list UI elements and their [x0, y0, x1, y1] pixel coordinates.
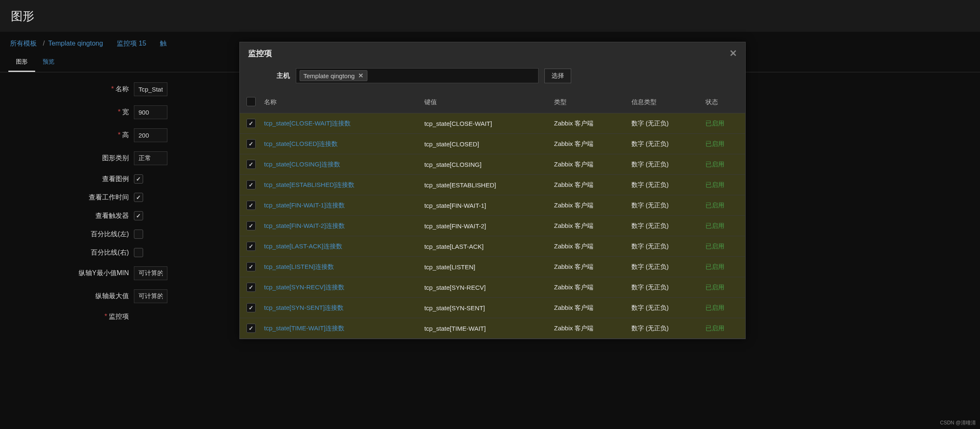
item-name-link[interactable]: tcp_state[TIME-WAIT]连接数: [264, 324, 344, 332]
item-type: Zabbix 客户端: [550, 257, 627, 277]
item-key: tcp_state[LAST-ACK]: [420, 236, 550, 257]
tab-graph[interactable]: 图形: [8, 53, 35, 72]
ymax-select[interactable]: [134, 289, 167, 303]
item-key: tcp_state[TIME-WAIT]: [420, 318, 550, 339]
item-infotype: 数字 (无正负): [627, 257, 701, 277]
show-legend-label: 查看图例: [17, 175, 134, 184]
item-type: Zabbix 客户端: [550, 113, 627, 134]
host-filter-label: 主机: [248, 72, 290, 80]
host-tag-text: Template qingtong: [303, 72, 355, 79]
col-type: 类型: [550, 92, 627, 113]
row-checkbox[interactable]: [246, 201, 256, 210]
table-row: tcp_state[CLOSE-WAIT]连接数tcp_state[CLOSE-…: [240, 113, 745, 134]
row-checkbox[interactable]: [246, 324, 256, 333]
item-key: tcp_state[FIN-WAIT-1]: [420, 195, 550, 216]
row-checkbox[interactable]: [246, 262, 256, 271]
items-label: *监控项: [17, 312, 134, 321]
host-filter-input[interactable]: Template qingtong ✕: [296, 68, 539, 83]
select-host-button[interactable]: 选择: [544, 69, 571, 83]
item-status: 已启用: [701, 134, 745, 154]
page-title: 图形: [0, 0, 980, 32]
width-input[interactable]: [134, 105, 167, 119]
item-status: 已启用: [701, 195, 745, 216]
item-infotype: 数字 (无正负): [627, 134, 701, 154]
name-label: *名称: [17, 85, 134, 94]
item-key: tcp_state[SYN-RECV]: [420, 277, 550, 298]
table-row: tcp_state[FIN-WAIT-2]连接数tcp_state[FIN-WA…: [240, 216, 745, 236]
item-infotype: 数字 (无正负): [627, 298, 701, 318]
item-name-link[interactable]: tcp_state[LAST-ACK]连接数: [264, 243, 342, 250]
row-checkbox[interactable]: [246, 303, 256, 312]
breadcrumb-items[interactable]: 监控项 15: [117, 40, 148, 47]
show-legend-checkbox[interactable]: [134, 174, 143, 184]
height-input[interactable]: [134, 128, 167, 142]
item-key: tcp_state[CLOSE-WAIT]: [420, 113, 550, 134]
item-status: 已启用: [701, 216, 745, 236]
show-triggers-label: 查看触发器: [17, 212, 134, 220]
item-type: Zabbix 客户端: [550, 175, 627, 195]
item-infotype: 数字 (无正负): [627, 195, 701, 216]
item-infotype: 数字 (无正负): [627, 175, 701, 195]
item-type: Zabbix 客户端: [550, 134, 627, 154]
table-row: tcp_state[ESTABLISHED]连接数tcp_state[ESTAB…: [240, 175, 745, 195]
host-tag: Template qingtong ✕: [300, 70, 367, 81]
item-status: 已启用: [701, 318, 745, 339]
close-icon[interactable]: ✕: [729, 48, 737, 59]
item-name-link[interactable]: tcp_state[LISTEN]连接数: [264, 263, 334, 270]
ymax-label: 纵轴最大值: [17, 292, 134, 301]
percent-right-checkbox[interactable]: [134, 248, 143, 257]
item-status: 已启用: [701, 298, 745, 318]
item-name-link[interactable]: tcp_state[ESTABLISHED]连接数: [264, 181, 354, 188]
select-all-checkbox[interactable]: [246, 97, 256, 106]
table-row: tcp_state[SYN-RECV]连接数tcp_state[SYN-RECV…: [240, 277, 745, 298]
item-name-link[interactable]: tcp_state[CLOSED]连接数: [264, 140, 338, 147]
items-modal: 监控项 ✕ 主机 Template qingtong ✕ 选择 名称 键值 类型…: [239, 42, 746, 339]
host-tag-remove-icon[interactable]: ✕: [358, 72, 364, 79]
type-select[interactable]: [134, 151, 167, 165]
item-name-link[interactable]: tcp_state[FIN-WAIT-2]连接数: [264, 222, 345, 229]
name-input[interactable]: [134, 82, 167, 96]
item-infotype: 数字 (无正负): [627, 154, 701, 175]
ymin-select[interactable]: [134, 266, 167, 280]
tab-preview[interactable]: 预览: [35, 53, 62, 72]
item-name-link[interactable]: tcp_state[CLOSE-WAIT]连接数: [264, 120, 351, 127]
show-worktime-checkbox[interactable]: [134, 193, 143, 202]
breadcrumb-all-templates[interactable]: 所有模板: [10, 40, 37, 47]
item-infotype: 数字 (无正负): [627, 318, 701, 339]
breadcrumb-template[interactable]: Template qingtong: [48, 40, 103, 47]
item-key: tcp_state[CLOSING]: [420, 154, 550, 175]
item-type: Zabbix 客户端: [550, 318, 627, 339]
row-checkbox[interactable]: [246, 119, 256, 128]
col-infotype: 信息类型: [627, 92, 701, 113]
items-table: 名称 键值 类型 信息类型 状态 tcp_state[CLOSE-WAIT]连接…: [240, 92, 745, 339]
item-key: tcp_state[ESTABLISHED]: [420, 175, 550, 195]
table-row: tcp_state[FIN-WAIT-1]连接数tcp_state[FIN-WA…: [240, 195, 745, 216]
row-checkbox[interactable]: [246, 160, 256, 169]
item-name-link[interactable]: tcp_state[CLOSING]连接数: [264, 161, 340, 168]
row-checkbox[interactable]: [246, 139, 256, 148]
type-label: 图形类别: [17, 154, 134, 163]
item-infotype: 数字 (无正负): [627, 113, 701, 134]
width-label: *宽: [17, 108, 134, 117]
item-status: 已启用: [701, 175, 745, 195]
percent-left-checkbox[interactable]: [134, 230, 143, 239]
row-checkbox[interactable]: [246, 283, 256, 292]
item-type: Zabbix 客户端: [550, 298, 627, 318]
item-status: 已启用: [701, 154, 745, 175]
table-row: tcp_state[CLOSING]连接数tcp_state[CLOSING]Z…: [240, 154, 745, 175]
breadcrumb-triggers[interactable]: 触: [160, 40, 167, 47]
item-name-link[interactable]: tcp_state[FIN-WAIT-1]连接数: [264, 202, 345, 209]
height-label: *高: [17, 131, 134, 140]
item-name-link[interactable]: tcp_state[SYN-RECV]连接数: [264, 283, 344, 291]
row-checkbox[interactable]: [246, 242, 256, 251]
show-triggers-checkbox[interactable]: [134, 211, 143, 220]
ymin-label: 纵轴Y最小值MIN: [17, 269, 134, 278]
item-name-link[interactable]: tcp_state[SYN-SENT]连接数: [264, 304, 344, 311]
percent-left-label: 百分比线(左): [17, 230, 134, 239]
table-row: tcp_state[LISTEN]连接数tcp_state[LISTEN]Zab…: [240, 257, 745, 277]
table-row: tcp_state[CLOSED]连接数tcp_state[CLOSED]Zab…: [240, 134, 745, 154]
table-row: tcp_state[SYN-SENT]连接数tcp_state[SYN-SENT…: [240, 298, 745, 318]
col-key: 键值: [420, 92, 550, 113]
row-checkbox[interactable]: [246, 221, 256, 230]
row-checkbox[interactable]: [246, 180, 256, 189]
